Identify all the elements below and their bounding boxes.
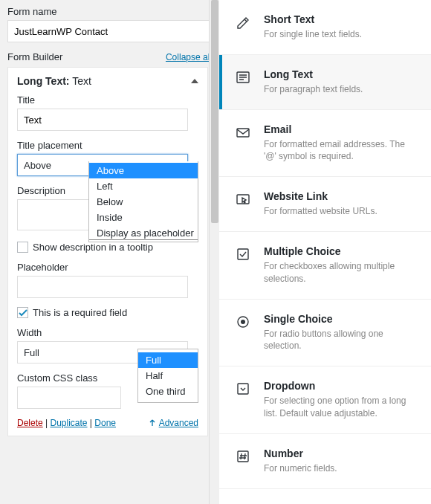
field-type-title: Dropdown bbox=[264, 380, 418, 392]
field-type-dropdown[interactable]: Dropdown For selecting one option from a… bbox=[219, 366, 431, 434]
cursor-icon bbox=[236, 192, 250, 207]
form-builder-label: Form Builder bbox=[7, 51, 62, 62]
svg-point-5 bbox=[241, 320, 245, 324]
delete-link[interactable]: Delete bbox=[17, 418, 43, 428]
mail-icon bbox=[236, 125, 250, 140]
placement-option-placeholder[interactable]: Display as placeholder bbox=[89, 225, 198, 240]
checkbox-icon bbox=[236, 247, 250, 262]
width-option-third[interactable]: One third bbox=[138, 384, 198, 399]
left-panel: Form name Form Builder Collapse all Long… bbox=[0, 0, 219, 504]
field-type-title: Email bbox=[264, 123, 418, 135]
field-type-desc: For paragraph text fields. bbox=[264, 83, 418, 96]
svg-rect-6 bbox=[238, 384, 248, 394]
field-type-website-link[interactable]: Website Link For formatted website URLs. bbox=[219, 177, 431, 232]
scrollbar-thumb[interactable] bbox=[211, 0, 218, 223]
collapse-all-link[interactable]: Collapse all bbox=[166, 52, 212, 62]
field-type-title: Single Choice bbox=[264, 313, 418, 325]
field-editor-card: Long Text: Text Title Title placement Ab… bbox=[7, 67, 208, 436]
placement-option-inside[interactable]: Inside bbox=[89, 210, 198, 225]
field-type-long-text[interactable]: Long Text For paragraph text fields. bbox=[219, 55, 431, 110]
field-type-multiple-choice[interactable]: Multiple Choice For checkboxes allowing … bbox=[219, 232, 431, 300]
vertical-scrollbar[interactable] bbox=[209, 0, 219, 504]
width-dropdown: Full Half One third bbox=[137, 349, 198, 403]
placement-option-left[interactable]: Left bbox=[89, 178, 198, 194]
advanced-link[interactable]: Advanced bbox=[149, 418, 198, 428]
svg-rect-3 bbox=[238, 249, 248, 259]
dropdown-icon bbox=[236, 381, 250, 396]
field-type-title: Long Text bbox=[264, 68, 418, 80]
css-input[interactable] bbox=[17, 387, 121, 409]
field-type-title: Short Text bbox=[264, 13, 418, 25]
field-type-desc: For single line text fields. bbox=[264, 28, 418, 41]
duplicate-link[interactable]: Duplicate bbox=[50, 418, 87, 428]
tooltip-checkbox[interactable] bbox=[17, 242, 28, 253]
svg-rect-7 bbox=[238, 451, 248, 462]
radio-icon bbox=[236, 314, 250, 329]
placement-label: Title placement bbox=[17, 140, 198, 151]
svg-rect-1 bbox=[237, 129, 249, 137]
arrow-up-icon bbox=[149, 419, 156, 427]
form-name-input[interactable] bbox=[7, 20, 212, 42]
width-label: Width bbox=[17, 327, 198, 338]
field-type-desc: For numeric fields. bbox=[264, 462, 418, 475]
card-header[interactable]: Long Text: Text bbox=[17, 75, 198, 87]
placement-option-below[interactable]: Below bbox=[89, 194, 198, 210]
width-option-full[interactable]: Full bbox=[138, 352, 198, 368]
tooltip-checkbox-label: Show description in a tooltip bbox=[33, 242, 153, 253]
required-checkbox[interactable] bbox=[17, 307, 28, 318]
field-type-desc: For formatted email addresses. The '@' s… bbox=[264, 138, 418, 164]
field-type-title: Website Link bbox=[264, 190, 418, 202]
field-type-email[interactable]: Email For formatted email addresses. The… bbox=[219, 110, 431, 178]
field-type-single-choice[interactable]: Single Choice For radio buttons allowing… bbox=[219, 300, 431, 367]
placement-dropdown: Above Left Below Inside Display as place… bbox=[88, 161, 198, 242]
collapse-caret-icon[interactable] bbox=[191, 79, 198, 83]
done-link[interactable]: Done bbox=[94, 418, 116, 428]
field-type-desc: For formatted website URLs. bbox=[264, 205, 418, 218]
title-input[interactable] bbox=[17, 109, 188, 131]
placement-option-above[interactable]: Above bbox=[89, 163, 198, 178]
card-title: Long Text: Text bbox=[17, 75, 91, 87]
paragraph-icon bbox=[236, 70, 250, 85]
pen-icon bbox=[236, 15, 250, 30]
field-type-desc: For radio buttons allowing one selection… bbox=[264, 328, 418, 353]
field-type-desc: For checkboxes allowing multiple selecti… bbox=[264, 260, 418, 285]
placeholder-label: Placeholder bbox=[17, 262, 198, 273]
required-checkbox-label: This is a required field bbox=[33, 307, 127, 318]
placeholder-input[interactable] bbox=[17, 276, 188, 298]
footer-actions: Delete | Duplicate | Done bbox=[17, 418, 116, 428]
field-type-desc: For selecting one option from a long lis… bbox=[264, 395, 418, 420]
title-label: Title bbox=[17, 94, 198, 106]
width-option-half[interactable]: Half bbox=[138, 368, 198, 384]
field-type-panel: Short Text For single line text fields. … bbox=[219, 0, 431, 504]
field-type-number[interactable]: Number For numeric fields. bbox=[219, 434, 431, 489]
form-name-label: Form name bbox=[7, 6, 212, 17]
field-type-short-text[interactable]: Short Text For single line text fields. bbox=[219, 0, 431, 55]
hash-icon bbox=[236, 449, 250, 464]
field-type-title: Number bbox=[264, 448, 418, 459]
field-type-title: Multiple Choice bbox=[264, 245, 418, 257]
